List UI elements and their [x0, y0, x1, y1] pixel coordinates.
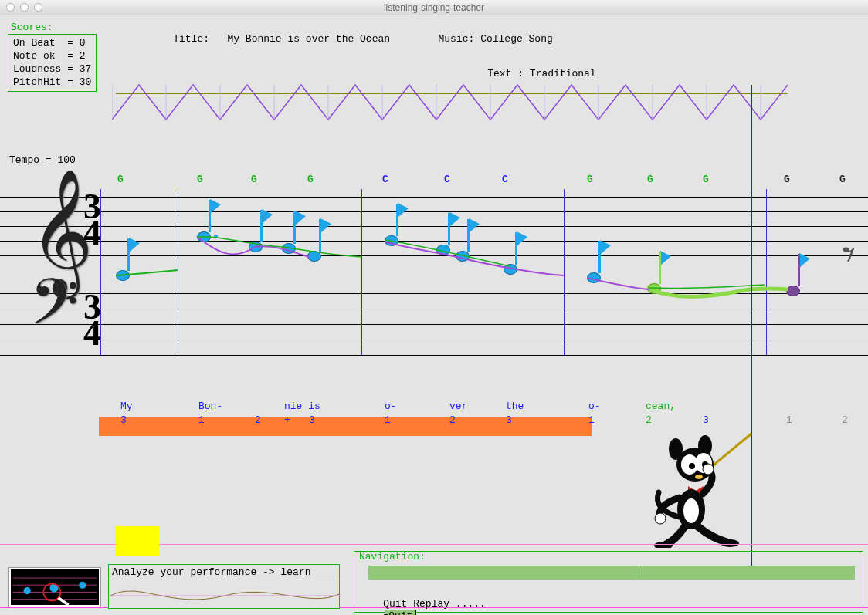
- time-sig-bass: 34: [83, 294, 101, 346]
- beat-number: 2: [449, 414, 456, 426]
- svg-point-21: [695, 475, 703, 479]
- chord-label: G: [307, 174, 314, 185]
- music-note: [307, 251, 321, 262]
- navigation-progress[interactable]: [368, 566, 855, 580]
- chord-label: G: [703, 174, 709, 185]
- beat-number: 2: [646, 414, 652, 426]
- svg-point-37: [79, 582, 86, 589]
- music-staff[interactable]: 𝄞 𝄢 34 34 𝄾: [0, 189, 868, 359]
- chord-label: C: [444, 174, 450, 185]
- svg-point-25: [683, 498, 699, 523]
- beat-number: 3: [703, 414, 709, 426]
- music-value: College Song: [480, 33, 553, 45]
- beat-number: 2: [255, 414, 261, 426]
- tempo-label: Tempo = 100: [9, 154, 76, 166]
- text-label: Text :: [487, 68, 524, 79]
- chord-label: G: [587, 174, 593, 185]
- beat-number: 1: [385, 414, 391, 426]
- window-titlebar: listening-singing-teacher: [0, 0, 868, 15]
- music-note: [116, 270, 130, 281]
- barline: [178, 189, 178, 355]
- navigation-label: Navigation:: [359, 551, 426, 563]
- beat-number: 3: [120, 414, 127, 426]
- bass-clef-icon: 𝄢: [29, 266, 79, 356]
- beat-number: 2: [842, 414, 848, 426]
- music-label: Music:: [439, 33, 475, 45]
- music-note: [282, 243, 296, 254]
- svg-point-19: [689, 463, 695, 469]
- chord-label: C: [382, 174, 388, 185]
- beat-number: +: [284, 414, 290, 426]
- music-note: [197, 231, 211, 242]
- time-sig-treble: 34: [83, 194, 101, 246]
- window-title: listening-singing-teacher: [0, 2, 868, 13]
- marker-block: [116, 526, 159, 556]
- beat-number: 1: [198, 414, 205, 426]
- music-note: [249, 242, 263, 252]
- beat-number: 3: [506, 414, 512, 426]
- conductor-character-icon: [653, 432, 753, 548]
- chord-label: G: [197, 174, 203, 185]
- title-value: My Bonnie is over the Ocean: [227, 33, 390, 45]
- barline: [564, 189, 565, 355]
- svg-point-29: [721, 539, 739, 547]
- music-note: [436, 245, 450, 255]
- music-note: [385, 235, 398, 246]
- barline: [361, 189, 362, 355]
- chord-label: G: [784, 174, 790, 185]
- beat-number: 1: [786, 414, 792, 426]
- lyric-word: ver: [449, 400, 467, 412]
- barline: [766, 189, 767, 355]
- beat-number: 1: [588, 414, 595, 426]
- svg-point-27: [703, 464, 714, 475]
- waveform-icon: [109, 580, 341, 610]
- svg-point-26: [655, 513, 666, 524]
- beat-number: 3: [309, 414, 315, 426]
- analyze-panel: Analyze your performance -> learn: [108, 564, 340, 609]
- barline: [100, 189, 101, 355]
- svg-point-15: [669, 438, 683, 460]
- analyze-text: Analyze your performance -> learn: [109, 565, 339, 580]
- chord-label: G: [839, 174, 846, 185]
- music-note: [456, 251, 470, 262]
- music-note: [786, 286, 800, 296]
- progress-bar: [99, 417, 592, 436]
- lyric-word: cean,: [646, 400, 676, 412]
- svg-point-35: [24, 587, 31, 594]
- music-note: [587, 272, 601, 283]
- lyric-word: Bon-: [198, 400, 222, 412]
- lyric-word: My: [120, 400, 133, 412]
- lyric-word: nie is: [284, 400, 320, 412]
- lyric-word: o-: [385, 400, 397, 412]
- chord-label: G: [117, 174, 124, 185]
- analysis-thumbnail[interactable]: [9, 568, 100, 607]
- music-note: [647, 283, 661, 294]
- chord-label: G: [647, 174, 653, 185]
- chord-label: C: [502, 174, 508, 185]
- lyric-word: o-: [588, 400, 601, 412]
- lyric-word: the: [506, 400, 524, 412]
- text-value: Traditional: [530, 68, 596, 79]
- title-label: Title:: [173, 33, 209, 45]
- chord-label: G: [251, 174, 257, 185]
- metronome-graph: [112, 81, 792, 127]
- music-note: [504, 264, 517, 275]
- navigation-panel: Navigation: Quit Replay ..... Quit Pause…: [354, 551, 863, 613]
